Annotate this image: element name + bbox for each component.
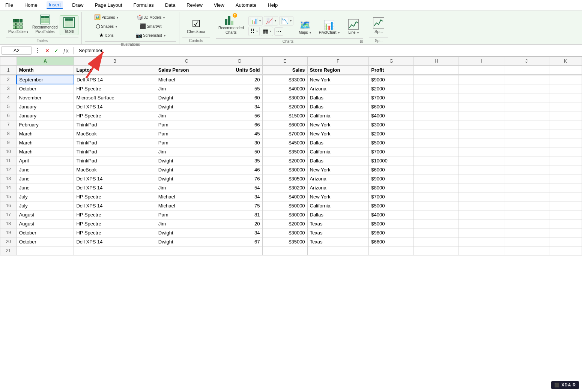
cell-b1[interactable]: Laptop	[74, 66, 156, 75]
cell-e17[interactable]: $80000	[262, 210, 307, 219]
cell-j15[interactable]	[504, 192, 549, 201]
cell-g6[interactable]: $4000	[369, 111, 414, 120]
cell-a4[interactable]: November	[17, 93, 74, 102]
cell-c11[interactable]: Dwight	[156, 156, 217, 165]
cell-i7[interactable]	[459, 120, 504, 129]
cell-d18[interactable]: 20	[217, 219, 262, 228]
cell-a17[interactable]: August	[17, 210, 74, 219]
cell-g20[interactable]: $6600	[369, 237, 414, 246]
col-header-b[interactable]: B	[74, 57, 156, 66]
cell-k11[interactable]	[549, 156, 582, 165]
cell-k6[interactable]	[549, 111, 582, 120]
cell-j16[interactable]	[504, 201, 549, 210]
cell-b12[interactable]: MacBook	[74, 165, 156, 174]
3d-models-button[interactable]: 🎲 3D Models ▾	[128, 14, 173, 21]
cell-k5[interactable]	[549, 102, 582, 111]
cell-h17[interactable]	[414, 210, 459, 219]
cell-a18[interactable]: August	[17, 219, 74, 228]
cell-j17[interactable]	[504, 210, 549, 219]
cell-a13[interactable]: June	[17, 174, 74, 183]
recommended-pivottables-button[interactable]: RecommendedPivotTables	[32, 14, 58, 35]
cell-f12[interactable]: New York	[307, 165, 369, 174]
cell-b9[interactable]: ThinkPad	[74, 138, 156, 147]
smartart-button[interactable]: ⬛ SmartArt	[128, 23, 173, 30]
cell-h2[interactable]	[414, 75, 459, 84]
cell-d3[interactable]: 55	[217, 84, 262, 93]
cell-e2[interactable]: $33000	[262, 75, 307, 84]
cell-f20[interactable]: Texas	[307, 237, 369, 246]
cell-i2[interactable]	[459, 75, 504, 84]
table-button[interactable]: Table	[60, 15, 78, 35]
cell-k16[interactable]	[549, 201, 582, 210]
cell-a9[interactable]: March	[17, 138, 74, 147]
checkbox-button[interactable]: ☑ Checkbox	[185, 18, 208, 35]
cell-h21[interactable]	[414, 246, 459, 255]
cell-b8[interactable]: MacBook	[74, 129, 156, 138]
cell-i20[interactable]	[459, 237, 504, 246]
cell-b3[interactable]: HP Spectre	[74, 84, 156, 93]
cell-h16[interactable]	[414, 201, 459, 210]
cell-h1[interactable]	[414, 66, 459, 75]
cell-b15[interactable]: HP Spectre	[74, 192, 156, 201]
cell-i10[interactable]	[459, 147, 504, 156]
cell-g12[interactable]: $6000	[369, 165, 414, 174]
cell-d5[interactable]: 34	[217, 102, 262, 111]
cell-e16[interactable]: $50000	[262, 201, 307, 210]
more-button[interactable]: Sp...	[369, 16, 388, 35]
cell-k20[interactable]	[549, 237, 582, 246]
cell-f14[interactable]: Arizona	[307, 183, 369, 192]
cell-c3[interactable]: Jim	[156, 84, 217, 93]
cell-c7[interactable]: Pam	[156, 120, 217, 129]
cell-a2[interactable]: September	[17, 75, 74, 84]
cell-j14[interactable]	[504, 183, 549, 192]
line-sparkline-button[interactable]: Line ▾	[344, 18, 363, 36]
cell-j12[interactable]	[504, 165, 549, 174]
cell-i18[interactable]	[459, 219, 504, 228]
cell-f6[interactable]: California	[307, 111, 369, 120]
cell-c15[interactable]: Michael	[156, 192, 217, 201]
cell-c13[interactable]: Dwight	[156, 174, 217, 183]
cell-g13[interactable]: $9000	[369, 174, 414, 183]
cell-e19[interactable]: $30000	[262, 228, 307, 237]
cell-h5[interactable]	[414, 102, 459, 111]
cell-f18[interactable]: Texas	[307, 219, 369, 228]
confirm-formula-btn[interactable]: ✓	[53, 47, 60, 54]
cell-h9[interactable]	[414, 138, 459, 147]
cell-c9[interactable]: Pam	[156, 138, 217, 147]
cell-h10[interactable]	[414, 147, 459, 156]
cell-b6[interactable]: HP Spectre	[74, 111, 156, 120]
cell-e9[interactable]: $45000	[262, 138, 307, 147]
menu-insert[interactable]: Insert	[47, 1, 63, 9]
cell-k21[interactable]	[549, 246, 582, 255]
cell-b21[interactable]	[74, 246, 156, 255]
col-header-g[interactable]: G	[369, 57, 414, 66]
menu-data[interactable]: Data	[163, 2, 177, 9]
cell-f9[interactable]: Dallas	[307, 138, 369, 147]
cell-d6[interactable]: 56	[217, 111, 262, 120]
cell-e18[interactable]: $20000	[262, 219, 307, 228]
cell-c8[interactable]: Pam	[156, 129, 217, 138]
cell-f1[interactable]: Store Region	[307, 66, 369, 75]
cell-a20[interactable]: October	[17, 237, 74, 246]
cell-e8[interactable]: $70000	[262, 129, 307, 138]
menu-file[interactable]: File	[3, 2, 15, 9]
cell-e12[interactable]: $30000	[262, 165, 307, 174]
formula-menu-btn[interactable]: ⋮	[33, 46, 42, 55]
cell-c18[interactable]: Jim	[156, 219, 217, 228]
bar-chart-button[interactable]: 📉 ▾	[279, 16, 293, 26]
cell-c5[interactable]: Dwight	[156, 102, 217, 111]
cell-d7[interactable]: 66	[217, 120, 262, 129]
cell-c4[interactable]: Dwight	[156, 93, 217, 102]
cell-a1[interactable]: Month	[17, 66, 74, 75]
maps-button[interactable]: 🗺️ Maps ▾	[296, 20, 314, 36]
cell-j6[interactable]	[504, 111, 549, 120]
cell-c16[interactable]: Michael	[156, 201, 217, 210]
cell-k7[interactable]	[549, 120, 582, 129]
cell-h8[interactable]	[414, 129, 459, 138]
menu-automate[interactable]: Automate	[233, 2, 259, 9]
cell-g10[interactable]: $7000	[369, 147, 414, 156]
cell-g7[interactable]: $3000	[369, 120, 414, 129]
cell-i17[interactable]	[459, 210, 504, 219]
cell-f13[interactable]: Arizona	[307, 174, 369, 183]
cell-d14[interactable]: 54	[217, 183, 262, 192]
